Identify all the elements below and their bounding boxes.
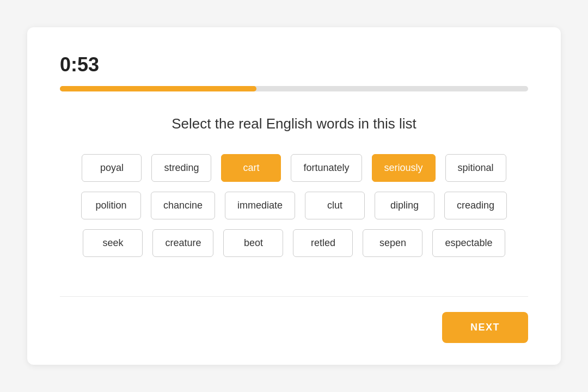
word-btn-seek[interactable]: seek — [83, 229, 143, 257]
progress-bar-container — [60, 86, 528, 91]
word-btn-creading[interactable]: creading — [444, 192, 507, 219]
word-btn-poyal[interactable]: poyal — [82, 154, 142, 182]
word-btn-seriously[interactable]: seriously — [372, 154, 436, 182]
word-btn-streding[interactable]: streding — [151, 154, 211, 182]
word-btn-espectable[interactable]: espectable — [432, 229, 505, 257]
word-btn-creature[interactable]: creature — [152, 229, 213, 257]
footer: NEXT — [60, 296, 528, 343]
progress-bar-fill — [60, 86, 256, 91]
word-btn-clut[interactable]: clut — [305, 192, 365, 219]
word-btn-beot[interactable]: beot — [223, 229, 283, 257]
word-btn-sepen[interactable]: sepen — [363, 229, 422, 257]
word-btn-dipling[interactable]: dipling — [375, 192, 434, 219]
word-btn-spitional[interactable]: spitional — [445, 154, 506, 182]
word-btn-retled[interactable]: retled — [293, 229, 353, 257]
question-title: Select the real English words in this li… — [60, 115, 528, 132]
words-row-1: politionchancineimmediateclutdiplingcrea… — [60, 192, 528, 219]
word-btn-polition[interactable]: polition — [81, 192, 141, 219]
word-btn-fortunately[interactable]: fortunately — [291, 154, 362, 182]
next-button[interactable]: NEXT — [442, 312, 528, 343]
words-grid: poyalstredingcartfortunatelyseriouslyspi… — [60, 154, 528, 257]
words-row-0: poyalstredingcartfortunatelyseriouslyspi… — [60, 154, 528, 182]
quiz-card: 0:53 Select the real English words in th… — [27, 27, 561, 365]
word-btn-cart[interactable]: cart — [221, 154, 281, 182]
word-btn-immediate[interactable]: immediate — [225, 192, 295, 219]
word-btn-chancine[interactable]: chancine — [151, 192, 215, 219]
timer-display: 0:53 — [60, 53, 528, 76]
words-row-2: seekcreaturebeotretledsepenespectable — [60, 229, 528, 257]
